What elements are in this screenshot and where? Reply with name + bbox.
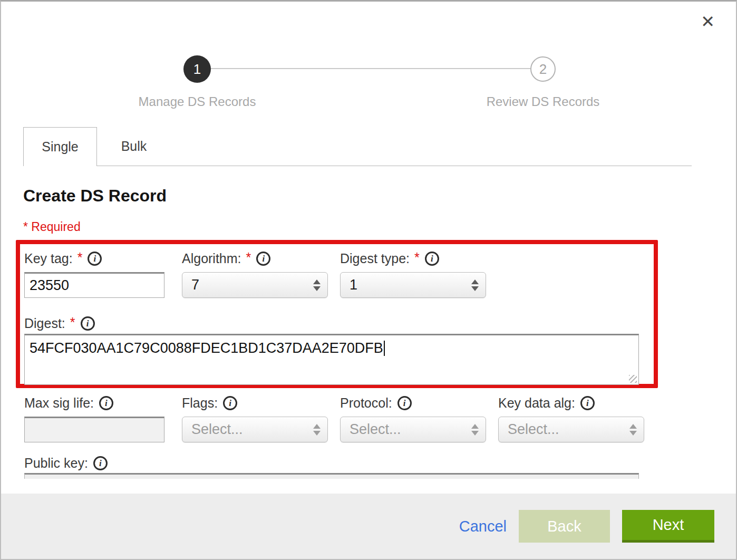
next-button[interactable]: Next [622,510,714,543]
select-stepper-icon [313,279,321,291]
page-title: Create DS Record [23,186,167,206]
tab-single-label: Single [42,139,79,155]
highlighted-required-fields-region: Key tag: * i 23550 Algorithm: * i [16,240,658,388]
required-asterisk: * [246,250,251,265]
algorithm-selected-value: 7 [191,277,199,293]
select-stepper-icon [471,279,479,291]
flags-selected-value: Select... [191,421,243,438]
algorithm-select[interactable]: 7 [182,272,328,298]
step-1-number: 1 [193,61,201,78]
key-tag-label: Key tag: [24,251,73,266]
protocol-selected-value: Select... [350,421,401,438]
step-connector-line [197,68,543,69]
digest-field-group: Digest: * i 54FCF030AA1C79C0088FDEC1BD1C… [24,313,654,385]
digest-type-field-group: Digest type: * i 1 [340,248,486,298]
digest-type-select[interactable]: 1 [340,272,486,298]
flags-select[interactable]: Select... [182,417,328,442]
protocol-select[interactable]: Select... [340,417,486,442]
tab-single[interactable]: Single [23,127,97,166]
optional-fields-row: Max sig life: i Flags: i Select... Proto… [24,392,644,442]
key-data-alg-label: Key data alg: [498,395,575,411]
back-button[interactable]: Back [519,510,610,543]
next-button-label: Next [653,516,684,534]
tab-bulk[interactable]: Bulk [97,127,171,166]
flags-info-icon[interactable]: i [223,396,237,410]
algorithm-info-icon[interactable]: i [256,252,270,266]
select-stepper-icon [313,424,321,436]
text-cursor [384,341,385,356]
step-1-circle: 1 [183,55,211,83]
digest-value: 54FCF030AA1C79C0088FDEC1BD1C37DAA2E70DFB [30,340,383,356]
step-2-circle: 2 [530,56,556,82]
digest-textarea[interactable]: 54FCF030AA1C79C0088FDEC1BD1C37DAA2E70DFB [24,334,639,385]
key-tag-value: 23550 [30,277,69,294]
key-data-alg-info-icon[interactable]: i [580,396,595,410]
key-data-alg-select[interactable]: Select... [498,417,644,442]
digest-type-info-icon[interactable]: i [425,252,439,266]
digest-info-icon[interactable]: i [81,316,95,331]
required-asterisk: * [414,250,420,265]
close-icon[interactable]: ✕ [701,13,715,30]
max-sig-life-label: Max sig life: [24,395,94,411]
key-tag-field-group: Key tag: * i 23550 [24,248,164,298]
key-data-alg-selected-value: Select... [508,421,559,438]
back-button-label: Back [547,518,581,535]
required-note: * Required [23,220,81,234]
digest-label: Digest: [24,316,65,331]
digest-type-selected-value: 1 [350,277,357,293]
key-tag-input[interactable]: 23550 [24,272,164,298]
step-2-label: Review DS Records [459,94,627,109]
required-asterisk: * [77,250,83,265]
flags-field-group: Flags: i Select... [182,392,328,442]
flags-label: Flags: [182,395,218,411]
tab-bar: Single Bulk [23,127,692,166]
select-stepper-icon [471,424,479,436]
step-2-number: 2 [539,61,547,78]
key-tag-info-icon[interactable]: i [88,252,102,266]
step-1-label: Manage DS Records [113,94,282,109]
key-data-alg-field-group: Key data alg: i Select... [498,392,644,442]
max-sig-life-field-group: Max sig life: i [24,392,164,442]
algorithm-field-group: Algorithm: * i 7 [182,248,328,298]
resize-grip-icon[interactable] [629,375,637,383]
public-key-label: Public key: [24,456,88,471]
protocol-label: Protocol: [340,395,392,411]
algorithm-label: Algorithm: [182,251,241,266]
dialog-footer: Cancel Back Next [1,494,736,559]
public-key-field-group: Public key: i [24,452,108,474]
digest-type-label: Digest type: [340,251,410,266]
public-key-info-icon[interactable]: i [93,456,108,470]
select-stepper-icon [629,424,637,436]
create-ds-record-dialog: ✕ 1 2 Manage DS Records Review DS Record… [0,0,737,560]
required-asterisk: * [70,315,75,330]
protocol-field-group: Protocol: i Select... [340,392,486,442]
public-key-textarea[interactable] [24,473,639,479]
cancel-button[interactable]: Cancel [459,518,507,535]
tab-bulk-label: Bulk [121,139,147,154]
max-sig-life-info-icon[interactable]: i [99,396,113,410]
protocol-info-icon[interactable]: i [397,396,412,410]
max-sig-life-input[interactable] [24,417,164,442]
